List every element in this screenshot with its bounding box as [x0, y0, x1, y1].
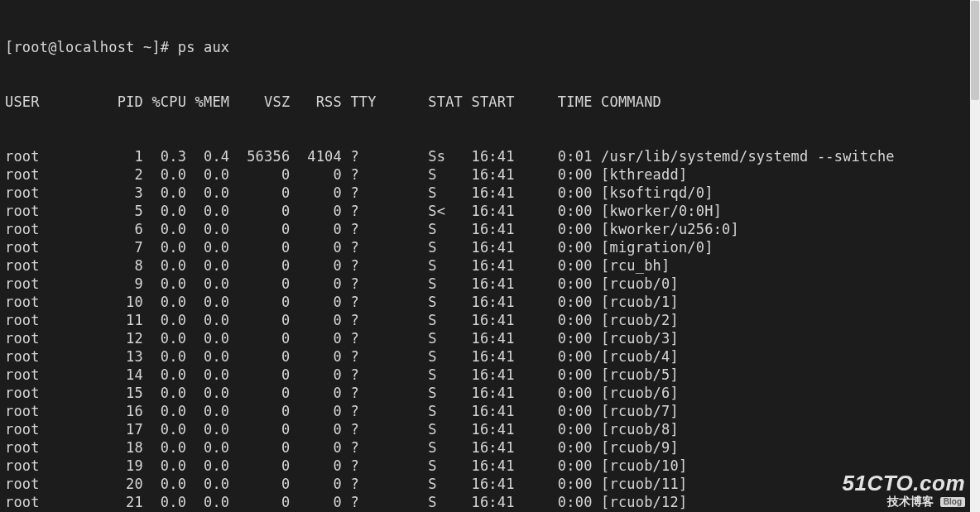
- process-row: root 10 0.0 0.0 0 0 ? S 16:41 0:00 [rcuo…: [5, 293, 965, 311]
- watermark: 51CTO.com 技术博客 Blog: [842, 472, 965, 507]
- process-row: root 16 0.0 0.0 0 0 ? S 16:41 0:00 [rcuo…: [5, 402, 965, 420]
- watermark-line2: 技术博客 Blog: [842, 495, 965, 507]
- process-row: root 13 0.0 0.0 0 0 ? S 16:41 0:00 [rcuo…: [5, 347, 965, 366]
- process-row: root 14 0.0 0.0 0 0 ? S 16:41 0:00 [rcuo…: [5, 366, 965, 384]
- prompt-line: [root@localhost ~]# ps aux: [5, 38, 965, 56]
- process-row: root 11 0.0 0.0 0 0 ? S 16:41 0:00 [rcuo…: [5, 311, 965, 329]
- ps-header: USER PID %CPU %MEM VSZ RSS TTY STAT STAR…: [5, 93, 965, 111]
- window: [root@localhost ~]# ps aux USER PID %CPU…: [0, 0, 980, 512]
- process-row: root 5 0.0 0.0 0 0 ? S< 16:41 0:00 [kwor…: [5, 202, 965, 220]
- process-row: root 2 0.0 0.0 0 0 ? S 16:41 0:00 [kthre…: [5, 165, 965, 184]
- watermark-badge: Blog: [940, 497, 965, 507]
- process-row: root 15 0.0 0.0 0 0 ? S 16:41 0:00 [rcuo…: [5, 384, 965, 402]
- process-row: root 21 0.0 0.0 0 0 ? S 16:41 0:00 [rcuo…: [5, 493, 965, 511]
- watermark-line1: 51CTO.com: [842, 472, 965, 494]
- process-row: root 12 0.0 0.0 0 0 ? S 16:41 0:00 [rcuo…: [5, 329, 965, 347]
- process-row: root 19 0.0 0.0 0 0 ? S 16:41 0:00 [rcuo…: [5, 457, 965, 475]
- process-row: root 20 0.0 0.0 0 0 ? S 16:41 0:00 [rcuo…: [5, 475, 965, 493]
- process-row: root 8 0.0 0.0 0 0 ? S 16:41 0:00 [rcu_b…: [5, 256, 965, 275]
- ps-body: root 1 0.3 0.4 56356 4104 ? Ss 16:41 0:0…: [5, 147, 965, 512]
- process-row: root 7 0.0 0.0 0 0 ? S 16:41 0:00 [migra…: [5, 238, 965, 256]
- process-row: root 18 0.0 0.0 0 0 ? S 16:41 0:00 [rcuo…: [5, 438, 965, 457]
- process-row: root 9 0.0 0.0 0 0 ? S 16:41 0:00 [rcuob…: [5, 275, 965, 293]
- terminal[interactable]: [root@localhost ~]# ps aux USER PID %CPU…: [0, 0, 970, 512]
- process-row: root 1 0.3 0.4 56356 4104 ? Ss 16:41 0:0…: [5, 147, 965, 165]
- process-row: root 6 0.0 0.0 0 0 ? S 16:41 0:00 [kwork…: [5, 220, 965, 238]
- scrollbar-thumb[interactable]: [971, 1, 979, 100]
- scrollbar-track[interactable]: [970, 0, 980, 512]
- process-row: root 17 0.0 0.0 0 0 ? S 16:41 0:00 [rcuo…: [5, 420, 965, 438]
- process-row: root 3 0.0 0.0 0 0 ? S 16:41 0:00 [ksoft…: [5, 184, 965, 202]
